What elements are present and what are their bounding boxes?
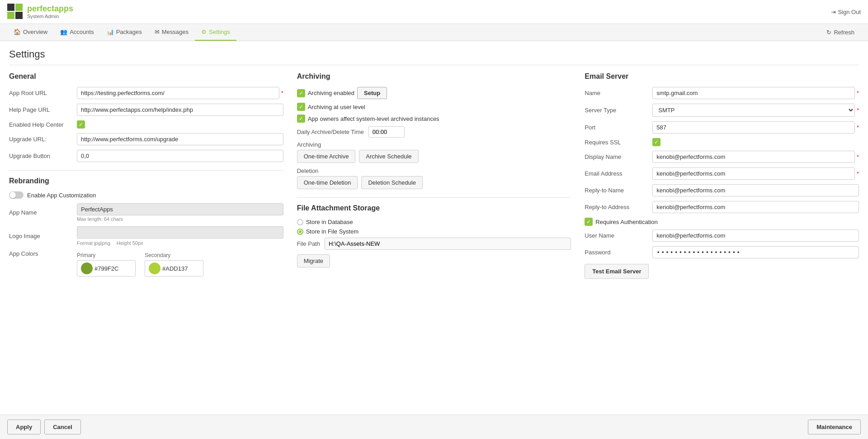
port-input[interactable] xyxy=(652,121,855,134)
primary-hex-value: #799F2C xyxy=(94,265,118,272)
one-time-deletion-button[interactable]: One-time Deletion xyxy=(297,176,358,189)
primary-color-picker[interactable]: #799F2C xyxy=(77,260,136,277)
file-attachment-title: File Attachment Storage xyxy=(297,204,571,212)
help-page-url-input[interactable] xyxy=(77,104,283,116)
settings-grid: General App Root URL * Help Page URL Ena… xyxy=(9,72,859,285)
help-page-url-row: Help Page URL xyxy=(9,104,283,116)
enabled-help-center-row: Enabled Help Center ✓ xyxy=(9,120,283,129)
archiving-sub-label: Archiving xyxy=(297,141,571,148)
app-root-url-input[interactable] xyxy=(77,87,279,99)
archiving-owners-checkbox[interactable]: ✓ xyxy=(297,115,305,123)
primary-label: Primary xyxy=(77,252,136,258)
archiving-user-level-checkbox[interactable]: ✓ xyxy=(297,103,305,111)
email-address-required: * xyxy=(857,171,859,177)
app-colors-label: App Colors xyxy=(9,250,77,257)
deletion-sub-label: Deletion xyxy=(297,167,571,174)
email-address-label: Email Address xyxy=(585,170,652,177)
email-name-required: * xyxy=(857,90,859,96)
nav-items: 🏠 Overview 👥 Accounts 📊 Packages ✉ Messa… xyxy=(7,24,236,41)
server-type-select[interactable]: SMTP IMAP POP3 xyxy=(652,104,855,117)
sign-out-icon: ⇥ xyxy=(831,9,836,15)
email-name-input[interactable] xyxy=(652,87,855,99)
migrate-button[interactable]: Migrate xyxy=(297,254,330,267)
server-type-row: Server Type SMTP IMAP POP3 * xyxy=(585,104,859,117)
display-name-input[interactable] xyxy=(652,151,855,163)
port-required: * xyxy=(857,124,859,131)
requires-ssl-checkbox[interactable]: ✓ xyxy=(652,138,660,146)
upgrade-url-input[interactable] xyxy=(77,133,283,145)
chart-icon: 📊 xyxy=(107,29,114,35)
port-label: Port xyxy=(585,124,652,131)
reply-to-address-input[interactable] xyxy=(652,201,859,213)
secondary-hex-value: #ADD137 xyxy=(162,265,188,272)
email-address-input[interactable] xyxy=(652,167,855,180)
refresh-button[interactable]: ↻ Refresh xyxy=(820,24,861,40)
primary-swatch xyxy=(81,262,93,274)
nav-item-messages[interactable]: ✉ Messages xyxy=(148,24,195,41)
display-name-row: Display Name * xyxy=(585,151,859,163)
toggle-thumb xyxy=(9,192,16,198)
column-general: General App Root URL * Help Page URL Ena… xyxy=(9,72,283,285)
email-name-row: Name * xyxy=(585,87,859,99)
reply-to-address-row: Reply-to Address xyxy=(585,201,859,213)
upgrade-button-input[interactable] xyxy=(77,150,283,162)
logo-image-input[interactable] xyxy=(77,226,283,239)
username-input[interactable] xyxy=(652,229,859,242)
page-title: Settings xyxy=(9,48,859,65)
app-name-hint: Max length: 64 chars xyxy=(77,216,283,222)
test-email-server-button[interactable]: Test Email Server xyxy=(585,264,649,279)
archiving-buttons: One-time Archive Archive Schedule xyxy=(297,150,571,163)
logo-icon xyxy=(7,4,24,20)
setup-button[interactable]: Setup xyxy=(357,87,387,99)
enable-customization-toggle[interactable] xyxy=(9,191,24,199)
users-icon: 👥 xyxy=(60,29,67,35)
file-path-input[interactable] xyxy=(325,238,571,250)
general-section: General App Root URL * Help Page URL Ena… xyxy=(9,72,283,162)
reply-to-name-input[interactable] xyxy=(652,184,859,196)
upgrade-url-row: Upgrade URL: xyxy=(9,133,283,145)
nav-item-settings[interactable]: ⚙ Settings xyxy=(195,24,236,41)
rebranding-section: Rebranding Enable App Customization App … xyxy=(9,177,283,277)
enabled-help-center-checkbox[interactable]: ✓ xyxy=(77,120,85,129)
secondary-swatch xyxy=(149,262,160,274)
archiving-user-level-row: ✓ Archiving at user level xyxy=(297,103,571,111)
archiving-owners-row: ✓ App owners affect system-level archive… xyxy=(297,115,571,123)
server-type-required: * xyxy=(857,107,859,114)
port-row: Port * xyxy=(585,121,859,134)
refresh-label: Refresh xyxy=(834,29,854,36)
primary-color-col: Primary #799F2C xyxy=(77,252,136,277)
archiving-user-level-label: Archiving at user level xyxy=(308,104,365,110)
nav-item-accounts[interactable]: 👥 Accounts xyxy=(54,24,100,41)
logo-height-hint: Height 50px xyxy=(117,240,143,246)
secondary-color-picker[interactable]: #ADD137 xyxy=(145,260,203,277)
secondary-label: Secondary xyxy=(145,252,203,258)
app-name-input[interactable] xyxy=(77,203,283,215)
svg-rect-2 xyxy=(7,12,14,19)
deletion-schedule-button[interactable]: Deletion Schedule xyxy=(361,176,423,189)
store-in-fs-radio[interactable] xyxy=(297,229,303,235)
reply-to-name-label: Reply-to Name xyxy=(585,187,652,194)
daily-time-input[interactable] xyxy=(368,126,405,138)
envelope-icon: ✉ xyxy=(155,29,160,35)
archive-schedule-button[interactable]: Archive Schedule xyxy=(359,150,418,163)
nav-item-overview[interactable]: 🏠 Overview xyxy=(7,24,54,41)
requires-ssl-label: Requires SSL xyxy=(585,139,652,146)
archiving-enabled-checkbox[interactable]: ✓ xyxy=(297,89,305,97)
one-time-archive-button[interactable]: One-time Archive xyxy=(297,150,356,163)
requires-auth-checkbox[interactable]: ✓ xyxy=(585,218,593,226)
display-name-label: Display Name xyxy=(585,153,652,160)
nav-overview-label: Overview xyxy=(23,29,47,35)
brand-name: perfectapps xyxy=(27,4,73,14)
password-row: Password xyxy=(585,246,859,258)
nav-item-packages[interactable]: 📊 Packages xyxy=(100,24,148,41)
requires-auth-label: Requires Authentication xyxy=(595,219,657,225)
sign-out-button[interactable]: ⇥ Sign Out xyxy=(831,9,861,15)
header: perfectapps System Admin ⇥ Sign Out xyxy=(0,0,868,24)
nav-packages-label: Packages xyxy=(116,29,142,35)
store-in-db-radio[interactable] xyxy=(297,219,303,225)
username-row: User Name xyxy=(585,229,859,242)
enabled-help-center-label: Enabled Help Center xyxy=(9,121,77,128)
password-input[interactable] xyxy=(652,246,859,258)
logo-image-label: Logo Image xyxy=(9,233,77,239)
reply-to-name-row: Reply-to Name xyxy=(585,184,859,196)
